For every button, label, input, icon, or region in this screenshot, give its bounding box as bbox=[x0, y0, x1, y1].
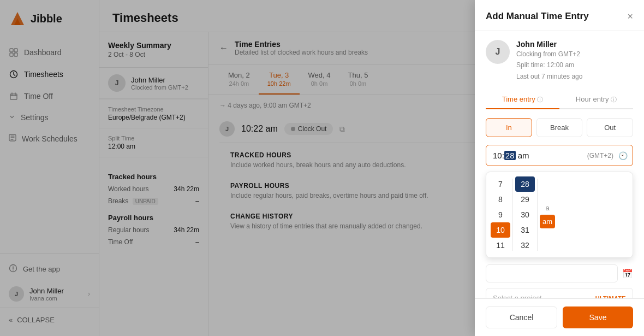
clock-break-button[interactable]: Break bbox=[536, 118, 583, 137]
modal-footer: Cancel Save bbox=[475, 298, 644, 336]
clock-out-modal-button[interactable]: Out bbox=[587, 118, 633, 137]
modal-clocking-from: Clocking from GMT+2 bbox=[516, 49, 582, 60]
save-button[interactable]: Save bbox=[563, 306, 633, 328]
time-display: 10:28 am bbox=[493, 151, 529, 160]
clock-in-button[interactable]: In bbox=[486, 118, 532, 137]
tab-hour-entry[interactable]: Hour entry ⓘ bbox=[559, 91, 633, 109]
date-input[interactable] bbox=[486, 264, 618, 282]
minute-28[interactable]: 28 bbox=[515, 176, 535, 192]
modal-title: Add Manual Time Entry bbox=[486, 11, 589, 22]
calendar-icon[interactable]: 📅 bbox=[622, 268, 633, 279]
cancel-button[interactable]: Cancel bbox=[486, 306, 557, 328]
time-entry-tab-label: Time entry bbox=[502, 95, 535, 103]
modal-avatar: J bbox=[486, 40, 510, 64]
ampm-column: a am bbox=[538, 176, 557, 253]
modal-user-section: J John Miller Clocking from GMT+2 Split … bbox=[486, 40, 633, 82]
date-row: 📅 bbox=[486, 264, 633, 282]
time-picker-dropdown: 7 8 9 10 11 28 29 30 31 32 a am bbox=[486, 172, 633, 258]
clock-face-icon[interactable]: 🕙 bbox=[618, 151, 628, 160]
add-manual-time-modal: Add Manual Time Entry × J John Miller Cl… bbox=[475, 0, 644, 336]
clock-type-buttons: In Break Out bbox=[486, 118, 633, 137]
modal-body: J John Miller Clocking from GMT+2 Split … bbox=[475, 31, 644, 298]
time-minute-highlight: 28 bbox=[504, 151, 516, 160]
hour-9[interactable]: 9 bbox=[491, 207, 510, 222]
modal-split-time: Split time: 12:00 am bbox=[516, 60, 582, 70]
modal-close-button[interactable]: × bbox=[627, 11, 633, 21]
ampm-a[interactable]: a bbox=[540, 201, 555, 215]
minute-32[interactable]: 32 bbox=[515, 238, 535, 253]
modal-user-info: John Miller Clocking from GMT+2 Split ti… bbox=[516, 40, 582, 82]
project-selector[interactable]: Select a project ULTIMATE bbox=[486, 288, 633, 298]
gmt-badge: (GMT+2) bbox=[587, 152, 613, 160]
tab-time-entry[interactable]: Time entry ⓘ bbox=[486, 91, 559, 109]
time-input-row: 10:28 am (GMT+2) 🕙 bbox=[486, 145, 633, 166]
hour-8[interactable]: 8 bbox=[491, 192, 510, 207]
modal-user-name: John Miller bbox=[516, 40, 582, 49]
ampm-am[interactable]: am bbox=[540, 215, 555, 228]
minute-29[interactable]: 29 bbox=[515, 192, 535, 207]
entry-type-tabs: Time entry ⓘ Hour entry ⓘ bbox=[486, 91, 633, 109]
hour-10[interactable]: 10 bbox=[491, 222, 510, 238]
time-entry-info-icon: ⓘ bbox=[537, 96, 543, 103]
modal-last-out: Last out 7 minutes ago bbox=[516, 71, 582, 82]
minutes-column: 28 29 30 31 32 bbox=[513, 176, 537, 253]
project-placeholder: Select a project bbox=[493, 294, 542, 298]
hour-entry-info-icon: ⓘ bbox=[611, 96, 617, 103]
minute-30[interactable]: 30 bbox=[515, 207, 535, 222]
modal-header: Add Manual Time Entry × bbox=[475, 0, 644, 31]
hours-column: 7 8 9 10 11 bbox=[488, 176, 512, 253]
hour-entry-tab-label: Hour entry bbox=[576, 95, 609, 103]
hour-11[interactable]: 11 bbox=[491, 238, 510, 253]
hour-7[interactable]: 7 bbox=[491, 176, 510, 192]
minute-31[interactable]: 31 bbox=[515, 222, 535, 238]
